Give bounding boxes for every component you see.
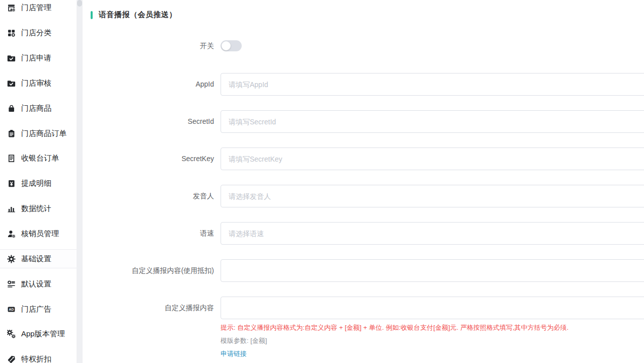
bar-chart-icon xyxy=(7,204,16,213)
category-grid-icon xyxy=(7,29,16,37)
folder-check-icon xyxy=(7,54,16,62)
sidebar-item-label: 收银台订单 xyxy=(21,154,59,163)
main-content: 语音播报（会员推送） 开关 AppId Secr xyxy=(83,0,644,363)
speed-label: 语速 xyxy=(83,222,221,245)
custom-input[interactable] xyxy=(221,297,644,319)
sidebar-item-label: 数据统计 xyxy=(21,204,51,213)
custom-deduct-input[interactable] xyxy=(221,259,644,282)
sidebar-item-verifier-management[interactable]: 核销员管理 xyxy=(0,222,77,247)
sidebar-item-store-application[interactable]: 门店申请 xyxy=(0,46,77,71)
custom-deduct-label: 自定义播报内容(使用抵扣) xyxy=(83,259,221,282)
sidebar-item-store-category[interactable]: 门店分类 xyxy=(0,21,77,46)
sidebar-scrollbar-thumb[interactable] xyxy=(77,0,82,7)
secretkey-label: SecretKey xyxy=(83,148,221,170)
sidebar-item-label: 特权折扣 xyxy=(21,354,51,363)
sidebar-scrollbar-track[interactable] xyxy=(77,0,83,363)
switch-knob xyxy=(222,41,231,50)
form-row-custom: 自定义播报内容 提示: 自定义播报内容格式为:自定义内容 + [金额] + 单位… xyxy=(83,297,644,358)
template-param-text: 模版参数: [金额] xyxy=(221,336,644,345)
discount-tag-icon xyxy=(7,355,16,363)
secretkey-input[interactable] xyxy=(221,148,644,170)
form-row-secretkey: SecretKey xyxy=(83,148,644,170)
section-title: 语音播报（会员推送） xyxy=(91,11,644,19)
sidebar-item-label: 默认设置 xyxy=(21,279,51,289)
title-accent-bar xyxy=(91,11,93,19)
sidebar-item-store-management[interactable]: 门店管理 xyxy=(0,0,77,21)
sidebar-item-basic-settings[interactable]: 基础设置 xyxy=(0,249,77,268)
sidebar-item-store-goods-orders[interactable]: 门店商品订单 xyxy=(0,121,77,146)
voice-broadcast-form: 开关 AppId SecretId xyxy=(83,40,644,358)
sidebar-item-label: 基础设置 xyxy=(21,254,51,264)
admin-app: 门店管理 门店分类 门店申请 xyxy=(0,0,644,363)
page-title: 语音播报（会员推送） xyxy=(99,10,177,20)
form-row-secretid: SecretId xyxy=(83,110,644,133)
speed-select[interactable] xyxy=(221,222,644,245)
broadcast-switch-toggle[interactable] xyxy=(221,40,242,51)
sidebar-item-label: 提成明细 xyxy=(21,179,51,188)
gear-icon xyxy=(7,255,16,263)
sidebar-item-store-ads[interactable]: AD 门店广告 xyxy=(0,297,77,322)
folder-check-icon xyxy=(7,79,16,88)
apply-link[interactable]: 申请链接 xyxy=(221,349,247,358)
form-row-speed: 语速 xyxy=(83,222,644,245)
sidebar-item-label: 门店分类 xyxy=(21,28,51,38)
sidebar-item-label: App版本管理 xyxy=(21,329,65,339)
form-row-switch: 开关 xyxy=(83,40,644,53)
shopping-bag-icon xyxy=(7,104,16,113)
form-row-custom-deduct: 自定义播报内容(使用抵扣) xyxy=(83,259,644,282)
sidebar-item-store-review[interactable]: 门店审核 xyxy=(0,71,77,96)
sidebar-item-label: 门店商品订单 xyxy=(21,129,66,138)
voice-select[interactable] xyxy=(221,185,644,207)
sidebar-item-label: 核销员管理 xyxy=(21,229,59,239)
switch-label: 开关 xyxy=(83,40,221,51)
storefront-icon xyxy=(7,4,16,12)
sidebar-item-label: 门店广告 xyxy=(21,305,51,314)
sidebar-item-label: 门店申请 xyxy=(21,53,51,63)
user-gear-icon xyxy=(7,230,16,238)
sidebar-item-default-settings[interactable]: 默认设置 xyxy=(0,271,77,297)
secretid-label: SecretId xyxy=(83,110,221,133)
sidebar-item-privilege-discount[interactable]: 特权折扣 xyxy=(0,347,77,363)
ledger-yen-icon xyxy=(7,179,16,188)
list-settings-icon xyxy=(7,280,16,288)
form-row-voice: 发音人 xyxy=(83,185,644,207)
sidebar-item-app-version-management[interactable]: App版本管理 xyxy=(0,322,77,347)
format-hint-text: 提示: 自定义播报内容格式为:自定义内容 + [金额] + 单位. 例如:收银台… xyxy=(221,323,644,332)
form-row-appid: AppId xyxy=(83,73,644,96)
appid-input[interactable] xyxy=(221,73,644,96)
sidebar-item-label: 门店管理 xyxy=(21,3,51,13)
sidebar-item-commission-details[interactable]: 提成明细 xyxy=(0,171,77,196)
sidebar: 门店管理 门店分类 门店申请 xyxy=(0,0,77,363)
sidebar-item-store-goods[interactable]: 门店商品 xyxy=(0,96,77,121)
sidebar-item-cashier-orders[interactable]: 收银台订单 xyxy=(0,146,77,171)
custom-label: 自定义播报内容 xyxy=(83,297,221,319)
clipboard-icon xyxy=(7,129,16,138)
ad-badge-icon: AD xyxy=(7,305,16,314)
gears-icon xyxy=(7,330,16,338)
sidebar-item-data-statistics[interactable]: 数据统计 xyxy=(0,196,77,222)
sidebar-item-label: 门店审核 xyxy=(21,79,51,88)
secretid-input[interactable] xyxy=(221,110,644,133)
voice-label: 发音人 xyxy=(83,185,221,207)
appid-label: AppId xyxy=(83,73,221,96)
receipt-icon xyxy=(7,154,16,163)
sidebar-menu: 门店管理 门店分类 门店申请 xyxy=(0,0,77,363)
sidebar-item-label: 门店商品 xyxy=(21,104,51,113)
svg-text:AD: AD xyxy=(9,307,14,311)
